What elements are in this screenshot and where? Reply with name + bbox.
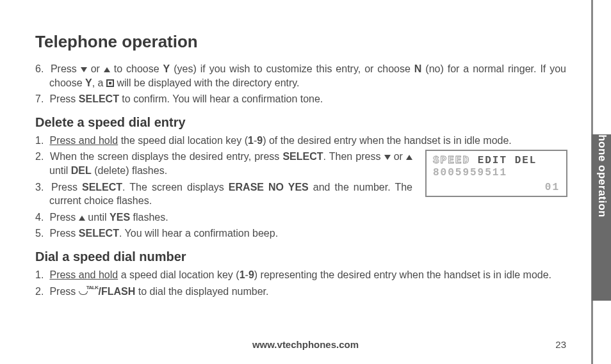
down-arrow-icon [384, 155, 391, 160]
lcd-line-2: 8005959511 [433, 167, 560, 179]
dial-steps: 1. Press and hold a speed dial location … [35, 268, 566, 298]
up-arrow-icon [104, 67, 110, 72]
page-content: Telephone operation 6. Press or to choos… [0, 0, 611, 364]
step-6: 6. Press or to choose Y (yes) if you wis… [35, 62, 566, 90]
up-arrow-icon [406, 155, 412, 160]
directory-icon [106, 79, 114, 87]
up-arrow-icon [79, 216, 85, 221]
lcd-line-1: SPEED EDIT DEL [433, 155, 560, 167]
delete-step-4: 4. Press until YES flashes. [35, 210, 566, 225]
talk-icon [79, 289, 86, 295]
step-7: 7. Press SELECT to confirm. You will hea… [35, 92, 566, 106]
dial-step-1: 1. Press and hold a speed dial location … [35, 268, 566, 282]
steps-continued: 6. Press or to choose Y (yes) if you wis… [35, 62, 566, 106]
footer-url: www.vtechphones.com [0, 339, 611, 350]
heading-delete: Delete a speed dial entry [35, 115, 566, 130]
dial-step-2: 2. Press TALK/FLASH to dial the displaye… [35, 285, 566, 299]
delete-step-1: 1. Press and hold the speed dial locatio… [35, 134, 566, 148]
heading-dial: Dial a speed dial number [35, 249, 566, 264]
lcd-line-3: 01 [433, 182, 560, 194]
down-arrow-icon [81, 67, 87, 72]
page-number: 23 [555, 339, 566, 350]
lcd-display: SPEED EDIT DEL 8005959511 01 [425, 150, 567, 197]
delete-step-5: 5. Press SELECT. You will hear a confirm… [35, 226, 566, 241]
page-title: Telephone operation [35, 32, 566, 52]
